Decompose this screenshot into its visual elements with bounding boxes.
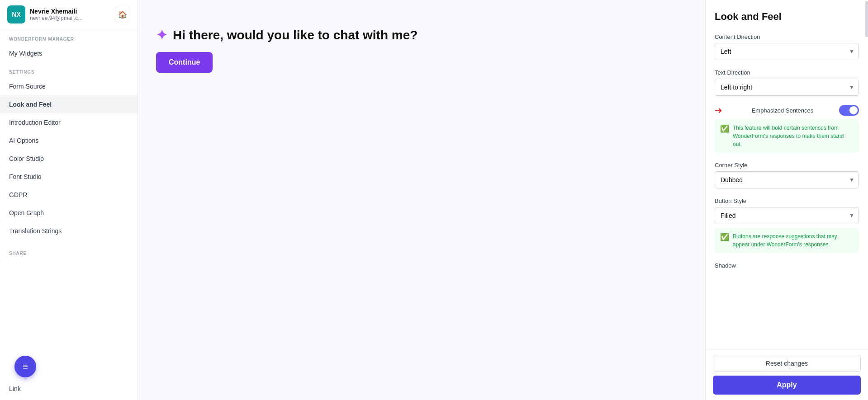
button-style-info-box: ✅ Buttons are response suggestions that …: [715, 228, 859, 253]
content-direction-label: Content Direction: [715, 33, 859, 40]
settings-section-label: SETTINGS: [0, 62, 138, 77]
sidebar-item-translation-strings[interactable]: Translation Strings: [0, 222, 138, 240]
apply-button[interactable]: Apply: [713, 376, 861, 395]
sparkle-icon: ✦: [156, 27, 167, 43]
text-direction-select[interactable]: Left to right Right to left: [715, 79, 859, 96]
sidebar-item-look-and-feel[interactable]: Look and Feel: [0, 95, 138, 113]
sidebar-item-open-graph[interactable]: Open Graph: [0, 204, 138, 222]
scrollbar-thumb: [865, 1, 868, 37]
sidebar-item-my-widgets[interactable]: My Widgets: [0, 44, 138, 62]
check-circle-icon: ✅: [720, 124, 729, 133]
share-link-label: Link: [9, 385, 21, 392]
user-name: Nevrie Xhemaili: [30, 8, 110, 15]
emphasized-sentences-field: ➜ Emphasized Sentences ✅ This feature wi…: [715, 105, 859, 153]
button-style-field: Button Style Filled Outlined Ghost ▼ ✅ B…: [715, 198, 859, 253]
corner-style-field: Corner Style Dubbed Rounded Sharp ▼: [715, 162, 859, 188]
shadow-field: Shadow: [715, 262, 859, 269]
scrollbar-track[interactable]: [865, 0, 868, 400]
user-info: Nevrie Xhemaili nevriee.94@gmail.c...: [30, 8, 110, 21]
avatar: NX: [7, 5, 25, 24]
panel-title: Look and Feel: [715, 11, 859, 23]
panel-footer: Reset changes Apply: [706, 349, 868, 400]
sidebar: NX Nevrie Xhemaili nevriee.94@gmail.c...…: [0, 0, 138, 400]
text-direction-field: Text Direction Left to right Right to le…: [715, 69, 859, 96]
sidebar-item-introduction-editor[interactable]: Introduction Editor: [0, 113, 138, 132]
sidebar-item-font-studio[interactable]: Font Studio: [0, 168, 138, 186]
sidebar-item-form-source[interactable]: Form Source: [0, 77, 138, 95]
button-check-circle-icon: ✅: [720, 233, 729, 241]
content-direction-field: Content Direction Left Right Center ▼: [715, 33, 859, 60]
continue-button[interactable]: Continue: [156, 52, 213, 73]
main-content: ✦ Hi there, would you like to chat with …: [138, 0, 705, 400]
content-direction-select-wrapper: Left Right Center ▼: [715, 43, 859, 60]
emphasized-sentences-label: Emphasized Sentences: [752, 107, 814, 114]
emphasized-sentences-toggle[interactable]: [839, 105, 859, 116]
reset-button[interactable]: Reset changes: [713, 355, 861, 372]
sidebar-item-color-studio[interactable]: Color Studio: [0, 150, 138, 168]
emphasized-sentences-row: ➜ Emphasized Sentences: [715, 105, 859, 116]
panel-scroll: Look and Feel Content Direction Left Rig…: [706, 0, 868, 400]
text-direction-select-wrapper: Left to right Right to left ▼: [715, 79, 859, 96]
sidebar-header: NX Nevrie Xhemaili nevriee.94@gmail.c...…: [0, 0, 138, 29]
emphasized-sentences-info-text: This feature will bold certain sentences…: [733, 124, 854, 148]
shadow-label: Shadow: [715, 262, 859, 269]
chat-bubble: ✦ Hi there, would you like to chat with …: [156, 27, 417, 73]
content-direction-select[interactable]: Left Right Center: [715, 43, 859, 60]
chat-heading: ✦ Hi there, would you like to chat with …: [156, 27, 417, 43]
sidebar-item-ai-options[interactable]: AI Options: [0, 132, 138, 150]
emphasized-sentences-info-box: ✅ This feature will bold certain sentenc…: [715, 119, 859, 153]
button-style-select[interactable]: Filled Outlined Ghost: [715, 207, 859, 224]
text-direction-label: Text Direction: [715, 69, 859, 76]
sidebar-item-gdpr[interactable]: GDPR: [0, 186, 138, 204]
button-style-info-text: Buttons are response suggestions that ma…: [733, 232, 854, 249]
user-email: nevriee.94@gmail.c...: [30, 15, 110, 21]
corner-style-select-wrapper: Dubbed Rounded Sharp ▼: [715, 171, 859, 188]
menu-fab-button[interactable]: ≡: [14, 356, 36, 377]
home-button[interactable]: 🏠: [115, 7, 130, 22]
corner-style-select[interactable]: Dubbed Rounded Sharp: [715, 171, 859, 188]
chat-heading-text: Hi there, would you like to chat with me…: [173, 28, 417, 42]
share-section-label: SHARE: [0, 244, 138, 259]
fab-area: ≡ Link: [7, 356, 43, 393]
button-style-label: Button Style: [715, 198, 859, 204]
button-style-select-wrapper: Filled Outlined Ghost ▼: [715, 207, 859, 224]
sidebar-scroll: WONDERFORM MANAGER My Widgets SETTINGS F…: [0, 29, 138, 400]
right-panel: Look and Feel Content Direction Left Rig…: [705, 0, 868, 400]
arrow-indicator-icon: ➜: [715, 105, 722, 116]
corner-style-label: Corner Style: [715, 162, 859, 169]
manager-section-label: WONDERFORM MANAGER: [0, 29, 138, 44]
